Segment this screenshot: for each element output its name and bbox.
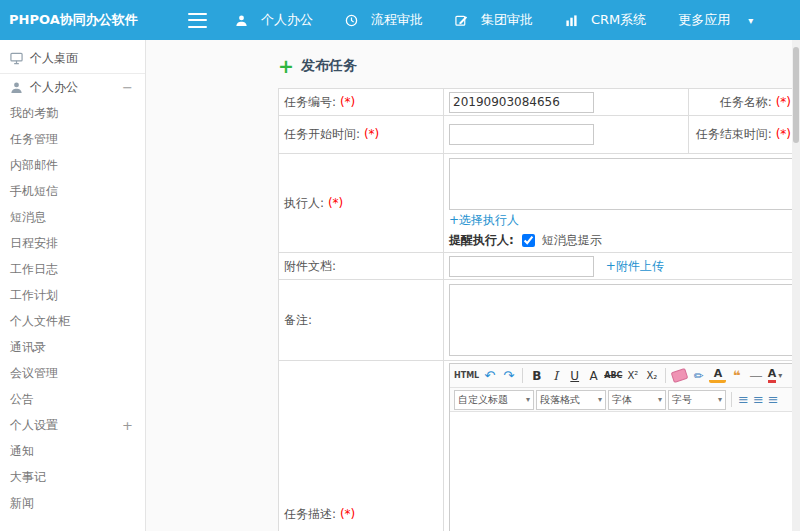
sidebar-item-file-cabinet[interactable]: 个人文件柜	[0, 308, 145, 334]
remind-executor-row: 提醒执行人: 短消息提示	[449, 231, 800, 250]
sidebar-item-notice[interactable]: 通知	[0, 438, 145, 464]
sidebar-item-label: 手机短信	[10, 183, 58, 200]
sidebar-item-attendance[interactable]: 我的考勤	[0, 100, 145, 126]
rich-text-editor: HTML ↶ ↷ B I U A ABC X² X₂	[449, 363, 796, 531]
eraser-button[interactable]	[671, 366, 688, 385]
executor-label: 执行人:	[284, 196, 324, 210]
editor-content-area[interactable]	[450, 412, 795, 531]
highlight-color-button[interactable]: A	[709, 368, 726, 383]
collapse-icon[interactable]: −	[122, 80, 133, 95]
underline-button[interactable]: U	[566, 366, 583, 385]
clock-icon	[345, 14, 358, 27]
sidebar-item-contacts[interactable]: 通讯录	[0, 334, 145, 360]
nav-item-more-apps[interactable]: 更多应用 ▾	[678, 11, 753, 29]
horizontal-rule-button[interactable]: ―	[747, 366, 764, 385]
top-nav: 个人办公 流程审批 集团审批 CRM系统 更多应用 ▾	[235, 11, 753, 29]
subscript-button[interactable]: X₂	[643, 366, 660, 385]
desktop-icon	[10, 52, 23, 65]
sidebar-item-milestones[interactable]: 大事记	[0, 464, 145, 490]
main-content: + 发布任务 任务编号: (*) 任务名称: (*)	[146, 40, 800, 531]
nav-label: 更多应用	[678, 11, 730, 29]
sidebar-item-work-plan[interactable]: 工作计划	[0, 282, 145, 308]
remark-textarea[interactable]	[449, 284, 794, 356]
strikethrough-button[interactable]: ABC	[604, 366, 622, 385]
sidebar-item-meeting[interactable]: 会议管理	[0, 360, 145, 386]
nav-item-group-approval[interactable]: 集团审批	[455, 11, 533, 29]
sidebar-item-announcement[interactable]: 公告	[0, 386, 145, 412]
chevron-down-icon: ▾	[658, 395, 662, 404]
sidebar-item-work-log[interactable]: 工作日志	[0, 256, 145, 282]
font-color-button[interactable]: A ▾	[766, 366, 783, 385]
sidebar-item-label: 日程安排	[10, 235, 58, 252]
nav-item-personal-office[interactable]: 个人办公	[235, 11, 313, 29]
choose-executor-link[interactable]: +选择执行人	[449, 213, 519, 227]
sidebar-item-label: 任务管理	[10, 131, 58, 148]
sidebar-item-label: 我的考勤	[10, 105, 58, 122]
font-color-icon: A	[768, 368, 777, 383]
attachment-input[interactable]	[449, 256, 594, 277]
nav-item-crm[interactable]: CRM系统	[565, 11, 646, 29]
sidebar-item-label: 大事记	[10, 469, 46, 486]
expand-icon[interactable]: +	[122, 418, 133, 433]
font-size-select[interactable]: 字号 ▾	[668, 390, 726, 410]
select-label: 字体	[612, 393, 632, 407]
custom-title-select[interactable]: 自定义标题 ▾	[454, 390, 534, 410]
vertical-scrollbar[interactable]	[792, 40, 800, 531]
font-button[interactable]: A	[585, 366, 602, 385]
bold-button[interactable]: B	[528, 366, 545, 385]
sidebar-item-short-message[interactable]: 短消息	[0, 204, 145, 230]
nav-label: 流程审批	[371, 11, 423, 29]
font-family-select[interactable]: 字体 ▾	[608, 390, 666, 410]
select-label: 段落格式	[540, 393, 580, 407]
app-logo: PHPOA协同办公软件	[0, 11, 146, 29]
topbar: PHPOA协同办公软件 个人办公 流程审批 集团审批 CRM系统	[0, 0, 800, 40]
chevron-down-icon: ▾	[598, 395, 602, 404]
editor-toolbar-row-1: HTML ↶ ↷ B I U A ABC X² X₂	[450, 364, 795, 388]
form-row-remark: 备注:	[279, 280, 800, 361]
redo-button[interactable]: ↷	[500, 366, 517, 385]
sidebar-item-label: 通讯录	[10, 339, 46, 356]
undo-button[interactable]: ↶	[481, 366, 498, 385]
sidebar-item-label: 工作日志	[10, 261, 58, 278]
edit-square-icon	[455, 14, 468, 27]
paragraph-format-select[interactable]: 段落格式 ▾	[536, 390, 606, 410]
sms-remind-checkbox[interactable]	[522, 234, 535, 247]
sidebar-item-label: 新闻	[10, 495, 34, 512]
align-right-button[interactable]: ≡	[768, 392, 779, 407]
chevron-down-icon[interactable]: ▾	[748, 15, 753, 26]
html-source-button[interactable]: HTML	[454, 366, 479, 385]
required-mark: (*)	[340, 507, 355, 521]
start-time-label: 任务开始时间:	[284, 127, 360, 141]
toolbar-separator	[522, 368, 523, 383]
superscript-button[interactable]: X²	[624, 366, 641, 385]
end-time-label: 任务结束时间:	[696, 127, 772, 141]
task-number-input[interactable]	[449, 92, 594, 113]
sidebar-item-mobile-sms[interactable]: 手机短信	[0, 178, 145, 204]
chevron-down-icon: ▾	[718, 395, 722, 404]
sidebar-item-personal-settings[interactable]: 个人设置 +	[0, 412, 145, 438]
blockquote-button[interactable]: ❝	[728, 366, 745, 385]
italic-button[interactable]: I	[547, 366, 564, 385]
start-time-input[interactable]	[449, 124, 594, 145]
sidebar-item-task-management[interactable]: 任务管理	[0, 126, 145, 152]
form-row-attachment: 附件文档: +附件上传	[279, 253, 800, 280]
sidebar-item-personal-office[interactable]: 个人办公 −	[0, 74, 145, 100]
format-brush-button[interactable]: ✏	[690, 366, 707, 385]
hamburger-menu-icon[interactable]	[188, 13, 207, 28]
executor-textarea[interactable]	[449, 158, 794, 210]
scrollbar-thumb[interactable]	[793, 47, 799, 143]
required-mark: (*)	[776, 127, 791, 141]
align-center-button[interactable]: ≡	[753, 392, 764, 407]
attachment-upload-link[interactable]: +附件上传	[606, 259, 664, 273]
form-row-task-number: 任务编号: (*) 任务名称: (*)	[279, 89, 800, 116]
sidebar-item-schedule[interactable]: 日程安排	[0, 230, 145, 256]
page-title: + 发布任务	[278, 53, 800, 79]
nav-item-process-approval[interactable]: 流程审批	[345, 11, 423, 29]
sms-remind-label: 短消息提示	[542, 232, 602, 249]
align-left-button[interactable]: ≡	[738, 392, 749, 407]
sidebar-item-desktop[interactable]: 个人桌面	[0, 43, 145, 74]
sidebar-item-internal-mail[interactable]: 内部邮件	[0, 152, 145, 178]
sidebar-item-label: 个人办公	[30, 79, 78, 96]
sidebar-item-news[interactable]: 新闻	[0, 490, 145, 516]
sidebar-item-label: 会议管理	[10, 365, 58, 382]
